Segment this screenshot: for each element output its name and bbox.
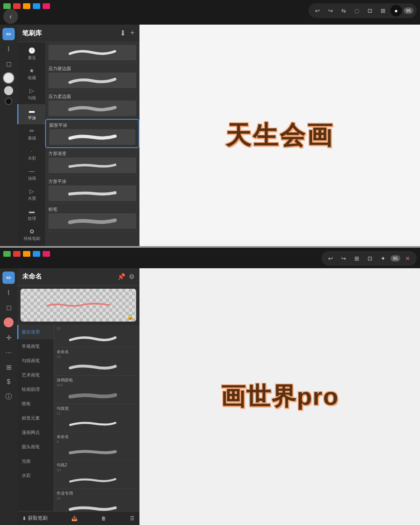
- get-brush-button[interactable]: ⬇ 获取笔刷: [22, 515, 48, 522]
- color-picker-large[interactable]: [3, 72, 14, 84]
- left-sidebar-bottom: ✏ ⌇ ◻ ✛ ⋯ ⊞ $ ⓘ: [0, 268, 17, 525]
- add-brush-button[interactable]: +: [130, 29, 135, 38]
- dollar-tool-b[interactable]: $: [2, 376, 15, 388]
- brush-item-5[interactable]: 方形平涂: [45, 176, 139, 204]
- brush-stroke-svg-3: [54, 131, 131, 143]
- crop-button-b[interactable]: ⊡: [364, 253, 376, 264]
- cat-favorites[interactable]: ★ 收藏: [17, 64, 45, 84]
- cat-ink[interactable]: ▷ 水墨: [17, 185, 45, 205]
- brush-item-4[interactable]: 方形渐变: [45, 148, 139, 176]
- cat-outline[interactable]: ▷ 勾线: [17, 84, 45, 104]
- bdp-stroke-svg-3: [57, 418, 129, 429]
- bdp-brush-row-1[interactable]: 未命名 35: [54, 347, 139, 376]
- cat-oilpaint[interactable]: — 油画: [17, 164, 45, 185]
- battery-badge-b: 95: [390, 255, 400, 262]
- bdp-footer: ⬇ 获取笔刷 📥 🗑 ☰: [17, 511, 139, 525]
- redo-button-b[interactable]: ↪: [338, 253, 349, 264]
- bdp-cat-round[interactable]: 圆头画笔: [17, 440, 54, 454]
- brush-item-6[interactable]: 粉笔: [45, 204, 139, 232]
- smudge-tool-b[interactable]: ⌇: [2, 286, 15, 299]
- brush-stroke-svg-4: [53, 159, 132, 171]
- bdp-brush-name-1: 未命名: [57, 349, 137, 355]
- select-tool-b[interactable]: ⋯: [2, 346, 15, 358]
- more-button[interactable]: ●: [390, 5, 402, 16]
- cat-recent[interactable]: 🕐 最近: [17, 44, 45, 64]
- bdp-brush-row-6[interactable]: 作业专用 30: [54, 489, 139, 511]
- bdp-brush-preview-1: [57, 360, 137, 374]
- bdp-cat-airbrush[interactable]: 喷枪: [17, 397, 54, 411]
- close-button-b[interactable]: ✕: [402, 253, 413, 264]
- bdp-brush-row-3[interactable]: 勾线笔 11: [54, 404, 139, 432]
- bdp-cat-art[interactable]: 艺术画笔: [17, 368, 54, 382]
- brush-preview-5: [48, 185, 136, 201]
- undo-button[interactable]: ↩: [312, 5, 323, 16]
- bdp-cat-glow[interactable]: 光效: [17, 454, 54, 468]
- crop-button[interactable]: ⊡: [364, 5, 376, 16]
- bdp-stroke-svg-2: [57, 389, 129, 401]
- undo-button-b[interactable]: ↩: [325, 253, 336, 264]
- download-button[interactable]: ⬇: [120, 29, 126, 38]
- bdp-cat-recent[interactable]: 最近使用: [17, 325, 54, 339]
- transform-button[interactable]: ⇆: [338, 5, 349, 16]
- lock-icon: 🔒: [127, 313, 134, 320]
- toolbar-top: ↩ ↪ ⇆ ◌ ⊡ ⊞ ● 95: [308, 3, 417, 18]
- move-tool-b[interactable]: ✛: [2, 331, 15, 344]
- cat-oilpaint-label: 油画: [28, 176, 36, 181]
- bdp-stroke-svg-0: [57, 333, 129, 344]
- grid-tool-b[interactable]: ⊞: [2, 361, 15, 373]
- cat-texture[interactable]: ▬ 纹理: [17, 205, 45, 225]
- delete-button-footer[interactable]: 🗑: [101, 516, 106, 521]
- bdp-cat-comic[interactable]: 漫画网点: [17, 425, 54, 440]
- brush-item-1[interactable]: 压力硬边圆: [45, 63, 139, 91]
- bottom-panel: ↩ ↪ ⊞ ⊡ ✦ 95 ✕ 画世界pro ✏ ⌇ ◻ ✛ ⋯ ⊞ $ ⓘ 未命…: [0, 248, 420, 525]
- brush-item-0[interactable]: [45, 42, 139, 63]
- brush-tool[interactable]: ✏: [2, 28, 15, 40]
- cat-flat[interactable]: ▬ 平涂: [17, 104, 45, 124]
- get-brush-label: 获取笔刷: [28, 515, 48, 522]
- cat-flat-label: 平涂: [28, 115, 36, 121]
- bdp-brush-row-2[interactable]: 涂鸦喷枪 500: [54, 376, 139, 404]
- bdp-brush-name-2: 涂鸦喷枪: [57, 377, 137, 383]
- bdp-cat-material[interactable]: 材质元素: [17, 411, 54, 425]
- brush-item-2[interactable]: 压力柔边圆: [45, 91, 139, 119]
- brush-item-3[interactable]: 圆形平涂: [45, 119, 139, 148]
- back-button[interactable]: ‹: [3, 9, 18, 24]
- import-button-footer[interactable]: 📥: [71, 516, 78, 521]
- bdp-brush-row-0[interactable]: 25: [54, 325, 139, 347]
- eraser-tool-b[interactable]: ◻: [2, 301, 15, 313]
- layers-button[interactable]: ⊞: [377, 5, 389, 16]
- bdp-brush-preview-3: [57, 416, 137, 430]
- cat-watercolor[interactable]: · 水彩: [17, 144, 45, 164]
- bdp-cat-normal[interactable]: 常规画笔: [17, 339, 54, 354]
- status-icon-b-1: [3, 251, 11, 257]
- left-sidebar-top: ✏ ⌇ ◻: [0, 25, 17, 246]
- color-picker-medium[interactable]: [4, 86, 13, 95]
- select-button[interactable]: ◌: [351, 5, 363, 16]
- bdp-cat-outline[interactable]: 勾线画笔: [17, 354, 54, 368]
- bdp-preview: 🔒: [21, 289, 136, 322]
- color-picker-small[interactable]: [5, 98, 12, 105]
- brush-item-name-1: 压力硬边圆: [48, 66, 136, 72]
- eraser-tool[interactable]: ◻: [2, 57, 15, 70]
- bdp-brush-num-0: 25: [57, 326, 137, 331]
- pin-button[interactable]: 📌: [117, 273, 126, 281]
- cat-sketch[interactable]: ✏ 素描: [17, 124, 45, 144]
- status-icon-app4: [33, 3, 40, 9]
- bdp-cat-watercolor[interactable]: 水彩: [17, 468, 54, 483]
- bluetooth-button[interactable]: ✦: [377, 253, 389, 264]
- brush-stroke-svg-1: [53, 74, 132, 87]
- info-tool-b[interactable]: ⓘ: [2, 390, 15, 403]
- smudge-tool[interactable]: ⌇: [2, 43, 15, 55]
- bdp-brush-row-4[interactable]: 未命名 8: [54, 432, 139, 461]
- layers-button-b[interactable]: ⊞: [351, 253, 363, 264]
- redo-button[interactable]: ↪: [325, 5, 336, 16]
- bdp-cat-skin[interactable]: 绘画肌理: [17, 382, 54, 397]
- cat-special-label: 特殊笔刷: [24, 236, 40, 242]
- settings-icon[interactable]: ⚙: [129, 273, 135, 281]
- color-swatch-b[interactable]: [4, 317, 14, 327]
- brush-tool-b[interactable]: ✏: [2, 272, 15, 284]
- bdp-brush-row-5[interactable]: 勾线2 33: [54, 461, 139, 489]
- menu-button-footer[interactable]: ☰: [130, 516, 135, 521]
- bdp-stroke-svg-4: [57, 446, 129, 457]
- cat-special[interactable]: ✿ 特殊笔刷: [17, 225, 45, 245]
